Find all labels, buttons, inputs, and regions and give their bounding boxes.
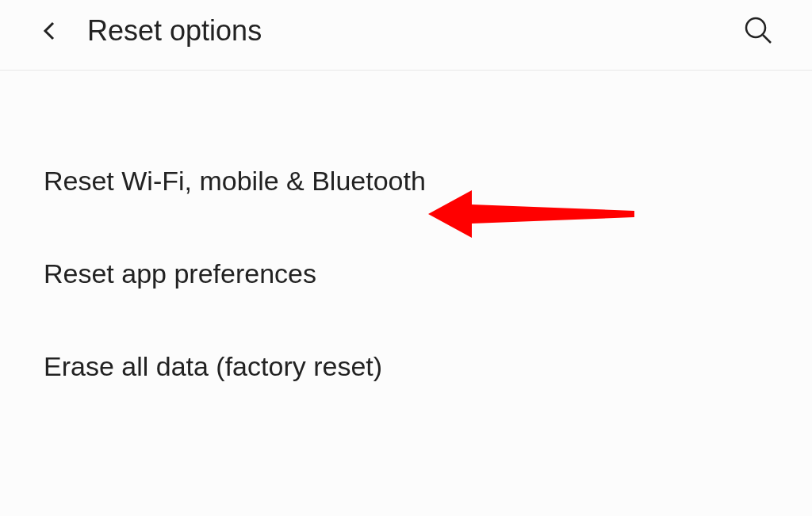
svg-line-1 — [763, 35, 771, 43]
option-reset-wifi-mobile-bluetooth[interactable]: Reset Wi-Fi, mobile & Bluetooth — [0, 142, 812, 235]
search-icon[interactable] — [742, 14, 774, 46]
list-item-label: Erase all data (factory reset) — [44, 351, 382, 381]
option-reset-app-preferences[interactable]: Reset app preferences — [0, 235, 812, 327]
option-erase-all-data[interactable]: Erase all data (factory reset) — [0, 327, 812, 420]
svg-point-0 — [746, 18, 765, 37]
header: Reset options — [0, 0, 812, 71]
list-item-label: Reset Wi-Fi, mobile & Bluetooth — [44, 166, 426, 196]
options-list: Reset Wi-Fi, mobile & Bluetooth Reset ap… — [0, 71, 812, 420]
list-item-label: Reset app preferences — [44, 258, 316, 289]
page-title: Reset options — [87, 14, 262, 48]
back-icon[interactable] — [40, 21, 59, 40]
